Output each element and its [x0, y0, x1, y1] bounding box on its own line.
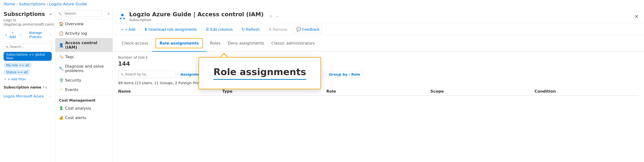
nav-item-cost-alerts[interactable]: 💰 Cost alerts [56, 113, 112, 122]
more-actions-icon[interactable]: ··· [49, 34, 52, 36]
middle-nav-search-input[interactable] [62, 10, 102, 17]
subscription-name: Logzio Microsoft Azure [4, 94, 44, 98]
tags-icon: 🏷️ [59, 55, 63, 59]
refresh-icon: ↻ [242, 27, 245, 32]
role-search-input[interactable] [125, 72, 170, 76]
column-type[interactable]: Type [222, 89, 326, 94]
main-content: Logzio Azure Guide | Access control (IAM… [113, 8, 644, 162]
collapse-sidebar-button[interactable]: « [49, 12, 52, 16]
column-condition[interactable]: Condition [534, 89, 639, 94]
items-summary: 99 items (13 Users, 11 Groups, 2 Foreign… [118, 81, 639, 85]
events-icon: ⚡ [59, 88, 63, 92]
status-filter-badge[interactable]: Status == all [4, 70, 30, 75]
collapse-nav-button[interactable]: « [108, 12, 110, 16]
close-button[interactable]: ✕ [634, 14, 639, 20]
download-icon: ⬇ [144, 27, 148, 32]
tooltip-overlay: Role assignments [198, 57, 321, 89]
feedback-icon: 💬 [296, 27, 301, 32]
svg-point-4 [124, 18, 125, 19]
breadcrumb-current[interactable]: Logzio Azure Guide [49, 2, 87, 6]
nav-item-diagnose[interactable]: 🔧 Diagnose and solve problems [56, 62, 112, 76]
global-filter-badge[interactable]: Subscriptions == global filter [4, 52, 52, 61]
search-icon: 🔍 [58, 12, 61, 15]
toolbar-separator-2 [201, 27, 201, 32]
sort-icon[interactable]: ↑↓ [42, 86, 47, 89]
more-options-icon[interactable]: ··· [275, 14, 280, 20]
tab-roles[interactable]: Roles [206, 38, 224, 49]
tooltip-arrow-inner [221, 54, 227, 57]
toolbar-separator-5 [292, 27, 292, 32]
cost-alerts-icon: 💰 [59, 116, 63, 120]
nav-item-events[interactable]: ⚡ Events [56, 85, 112, 94]
policy-icon: 📄 [19, 34, 22, 36]
resource-icon [118, 12, 127, 21]
nav-item-activity-log[interactable]: 📋 Activity log [56, 28, 112, 38]
subscription-search-box[interactable]: 🔍 [4, 44, 52, 50]
tab-classic-administrators[interactable]: Classic administrators [268, 38, 318, 49]
column-name[interactable]: Name [118, 89, 222, 94]
role-count-value: 144 [118, 60, 639, 67]
download-button[interactable]: ⬇ Download role assignments [142, 26, 199, 33]
middle-nav: 🔍 « 🏠 Overview 📋 Activity log 👤 Access c… [56, 8, 113, 162]
add-button[interactable]: ＋ + Add [118, 26, 138, 33]
breadcrumb: Home › Subscriptions › Logzio Azure Guid… [0, 0, 644, 8]
edit-columns-button[interactable]: ☰ Edit columns [204, 26, 235, 33]
table-header: Name Type Role Scope Condition [118, 87, 639, 96]
toolbar: ＋ + Add ⬇ Download role assignments ☰ Ed… [113, 24, 644, 35]
subscription-more-icon[interactable]: ··· [49, 95, 52, 98]
column-role[interactable]: Role [326, 89, 430, 94]
manage-policies-button[interactable]: Manage Policies [24, 30, 48, 40]
nav-item-tags[interactable]: 🏷️ Tags [56, 52, 112, 62]
search-icon: 🔍 [6, 46, 8, 48]
feedback-button[interactable]: 💬 Feedback [294, 26, 322, 33]
plus-filter-icon: ＋ [4, 77, 7, 81]
tab-role-assignments-box: Role assignments [156, 38, 203, 48]
breadcrumb-subscriptions[interactable]: Subscriptions [19, 2, 46, 6]
role-count-label: Number of role ℹ️ [118, 55, 639, 60]
remove-icon: ✕ [268, 27, 272, 32]
remove-button[interactable]: ✕ Remove [266, 26, 290, 33]
group-by-filter[interactable]: Group by : Role [326, 71, 363, 78]
overview-icon: 🏠 [59, 22, 63, 26]
add-subscription-button[interactable]: ＋ + Add [4, 30, 17, 40]
tabs: Check access Role assignments Roles Deny… [113, 35, 644, 52]
subscription-search-input[interactable] [10, 45, 50, 49]
toolbar-separator-4 [264, 27, 264, 32]
column-scope[interactable]: Scope [430, 89, 534, 94]
cost-management-section: Cost Management [56, 95, 112, 104]
filters-bar: 🔍 Assignment type : All Type : All Role … [118, 71, 639, 78]
diagnose-icon: 🔧 [59, 66, 63, 71]
plus-icon: ＋ [4, 32, 8, 37]
subscription-list: Logzio Microsoft Azure ··· [0, 91, 55, 162]
nav-item-security[interactable]: 🛡️ Security [56, 76, 112, 85]
cost-analysis-icon: 💲 [59, 106, 63, 110]
nav-item-cost-analysis[interactable]: 💲 Cost analysis [56, 104, 112, 113]
subscription-item[interactable]: Logzio Microsoft Azure ··· [0, 92, 55, 100]
left-sidebar: Subscriptions « Logz.io (logziocsp.onmic… [0, 8, 56, 162]
add-filter-button[interactable]: ＋ + Add filter [4, 76, 52, 82]
activity-log-icon: 📋 [59, 31, 63, 36]
tab-role-assignments[interactable]: Role assignments [152, 35, 206, 52]
page-title: Logzio Azure Guide | Access control (IAM… [129, 11, 264, 18]
role-search-box[interactable]: 🔍 [118, 71, 175, 78]
myrole-filter-badge[interactable]: My role == all [4, 62, 32, 68]
subscription-column-header: Subscription name ↑↓ [0, 84, 55, 91]
nav-item-overview[interactable]: 🏠 Overview [56, 19, 112, 28]
content-area: Number of role ℹ️ 144 🔍 Assignment type … [113, 52, 644, 162]
tab-deny-assignments[interactable]: Deny assignments [224, 38, 268, 49]
toolbar-separator-1 [140, 27, 140, 32]
breadcrumb-home[interactable]: Home [4, 2, 15, 6]
role-count-section: Number of role ℹ️ 144 [118, 55, 639, 67]
tooltip-title: Role assignments [214, 66, 306, 77]
left-sidebar-title: Subscriptions [4, 11, 45, 17]
security-icon: 🛡️ [59, 78, 63, 82]
role-assignments-tooltip: Role assignments [198, 57, 321, 89]
search-icon: 🔍 [121, 73, 124, 76]
tab-check-access[interactable]: Check access [118, 38, 152, 49]
info-icon[interactable]: ℹ️ [146, 55, 148, 60]
favorite-icon[interactable]: ☆ [268, 14, 273, 20]
tooltip-underline [214, 79, 306, 80]
refresh-button[interactable]: ↻ Refresh [239, 26, 262, 33]
svg-point-1 [121, 14, 124, 16]
nav-item-iam[interactable]: 👤 Access control (IAM) [56, 38, 112, 52]
